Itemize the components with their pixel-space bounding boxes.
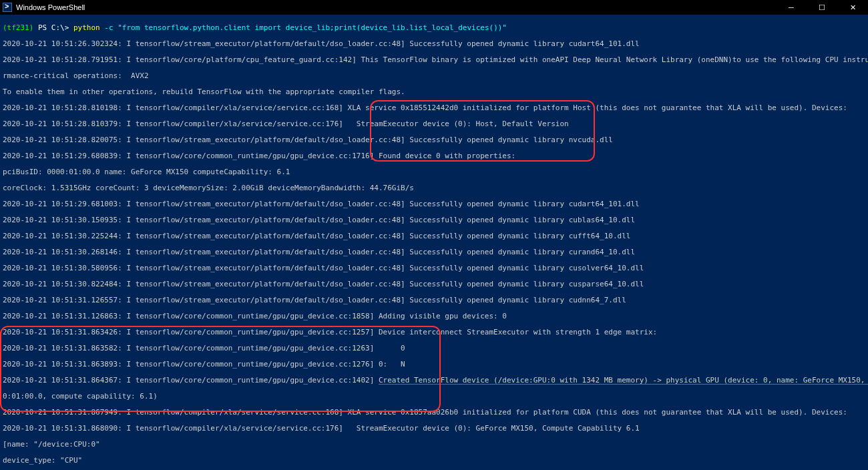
- log-line: 2020-10-21 10:51:31.126863: I tensorflow…: [3, 312, 865, 320]
- powershell-icon: [3, 3, 12, 12]
- device-output: device_type: "CPU": [3, 457, 865, 465]
- python-cmd: python: [73, 23, 100, 32]
- log-line: 2020-10-21 10:51:30.580956: I tensorflow…: [3, 264, 865, 272]
- log-line: 2020-10-21 10:51:28.810379: I tensorflow…: [3, 120, 865, 128]
- close-button[interactable]: ✕: [837, 0, 868, 15]
- maximize-button[interactable]: ☐: [807, 0, 837, 15]
- log-line: 2020-10-21 10:51:28.820075: I tensorflow…: [3, 136, 865, 144]
- log-line: To enable them in other operations, rebu…: [3, 88, 865, 96]
- log-line: 2020-10-21 10:51:31.864367: I tensorflow…: [3, 377, 865, 385]
- log-line: 2020-10-21 10:51:28.791951: I tensorflow…: [3, 56, 865, 64]
- log-line: 2020-10-21 10:51:26.302324: I tensorflow…: [3, 40, 865, 48]
- log-line: 2020-10-21 10:51:30.268146: I tensorflow…: [3, 248, 865, 256]
- window-title: Windows PowerShell: [16, 3, 85, 11]
- log-line: 2020-10-21 10:51:31.863893: I tensorflow…: [3, 361, 865, 369]
- log-line: coreClock: 1.5315GHz coreCount: 3 device…: [3, 184, 865, 192]
- device-output: [name: "/device:CPU:0": [3, 441, 865, 449]
- log-line: 2020-10-21 10:51:30.822484: I tensorflow…: [3, 280, 865, 288]
- log-line: 2020-10-21 10:51:31.868090: I tensorflow…: [3, 425, 865, 433]
- log-line: 0:01:00.0, compute capability: 6.1): [3, 393, 865, 401]
- log-line: 2020-10-21 10:51:28.810198: I tensorflow…: [3, 104, 865, 112]
- log-line: 2020-10-21 10:51:31.126557: I tensorflow…: [3, 296, 865, 304]
- log-line: 2020-10-21 10:51:30.150935: I tensorflow…: [3, 216, 865, 224]
- python-args: -c "from tensorflow.python.client import…: [100, 23, 507, 32]
- window-controls: ─ ☐ ✕: [776, 0, 868, 15]
- titlebar[interactable]: Windows PowerShell ─ ☐ ✕: [0, 0, 868, 15]
- log-line: 2020-10-21 10:51:30.225244: I tensorflow…: [3, 232, 865, 240]
- log-line: 2020-10-21 10:51:29.681003: I tensorflow…: [3, 200, 865, 208]
- ps-prompt: PS C:\>: [33, 23, 73, 32]
- minimize-button[interactable]: ─: [776, 0, 807, 15]
- log-line: 2020-10-21 10:51:29.680839: I tensorflow…: [3, 152, 865, 160]
- prompt-line: (tf231) PS C:\> python -c "from tensorfl…: [3, 24, 865, 32]
- log-line: pciBusID: 0000:01:00.0 name: GeForce MX1…: [3, 168, 865, 176]
- terminal-content[interactable]: (tf231) PS C:\> python -c "from tensorfl…: [0, 15, 868, 470]
- log-line: 2020-10-21 10:51:31.863582: I tensorflow…: [3, 344, 865, 352]
- created-device-highlight: Created TensorFlow device (/device:GPU:0…: [379, 377, 868, 385]
- log-line: 2020-10-21 10:51:31.863426: I tensorflow…: [3, 328, 865, 336]
- log-line: rmance-critical operations: AVX2: [3, 72, 865, 80]
- log-line: 2020-10-21 10:51:31.867949: I tensorflow…: [3, 409, 865, 417]
- venv-name: (tf231): [3, 23, 33, 32]
